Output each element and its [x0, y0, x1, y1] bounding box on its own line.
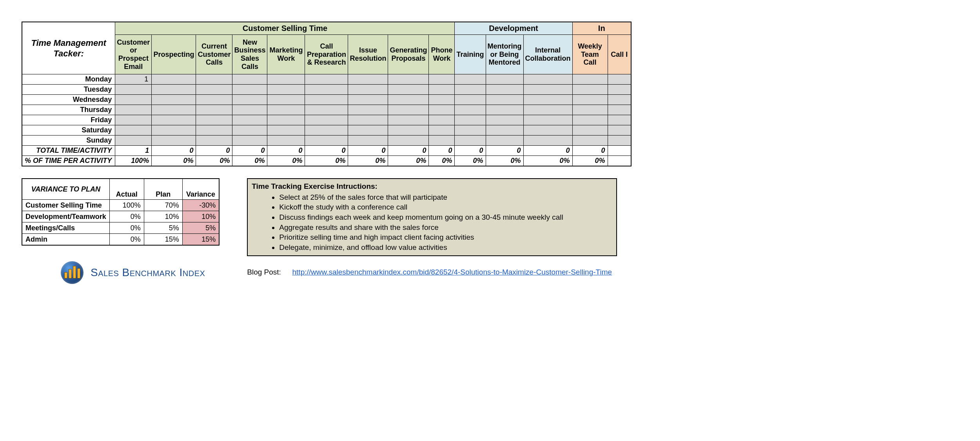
- day-cell[interactable]: [523, 95, 572, 105]
- day-cell[interactable]: [232, 74, 267, 85]
- day-cell[interactable]: [486, 105, 523, 115]
- day-cell[interactable]: [455, 95, 486, 105]
- day-cell[interactable]: [115, 125, 152, 136]
- day-cell[interactable]: [608, 74, 631, 85]
- day-cell[interactable]: [267, 105, 305, 115]
- day-cell[interactable]: [348, 136, 388, 146]
- day-cell[interactable]: [572, 115, 608, 125]
- day-cell[interactable]: [267, 115, 305, 125]
- day-cell[interactable]: [388, 105, 429, 115]
- day-cell[interactable]: [232, 125, 267, 136]
- day-cell[interactable]: [348, 74, 388, 85]
- day-cell[interactable]: [232, 136, 267, 146]
- day-cell[interactable]: [572, 105, 608, 115]
- day-cell[interactable]: [455, 85, 486, 95]
- day-cell[interactable]: [608, 95, 631, 105]
- day-cell[interactable]: [267, 95, 305, 105]
- day-label: Friday: [22, 115, 115, 125]
- day-cell[interactable]: [429, 115, 455, 125]
- day-cell[interactable]: [523, 85, 572, 95]
- day-cell[interactable]: [232, 115, 267, 125]
- day-cell[interactable]: [196, 95, 232, 105]
- day-cell[interactable]: [305, 95, 348, 105]
- day-cell[interactable]: [523, 74, 572, 85]
- day-cell[interactable]: [455, 74, 486, 85]
- day-cell[interactable]: [455, 136, 486, 146]
- day-cell[interactable]: [115, 85, 152, 95]
- day-cell[interactable]: [232, 105, 267, 115]
- day-cell[interactable]: [305, 115, 348, 125]
- day-cell[interactable]: [267, 85, 305, 95]
- day-cell[interactable]: [115, 136, 152, 146]
- day-cell[interactable]: [196, 85, 232, 95]
- day-cell[interactable]: [455, 105, 486, 115]
- day-cell[interactable]: [348, 105, 388, 115]
- day-cell[interactable]: [572, 95, 608, 105]
- day-cell[interactable]: [305, 85, 348, 95]
- day-cell[interactable]: [486, 95, 523, 105]
- day-cell[interactable]: [608, 105, 631, 115]
- day-cell[interactable]: [232, 95, 267, 105]
- day-cell[interactable]: [267, 136, 305, 146]
- day-cell[interactable]: [267, 125, 305, 136]
- day-cell[interactable]: [152, 95, 196, 105]
- day-cell[interactable]: [348, 85, 388, 95]
- day-cell[interactable]: [152, 85, 196, 95]
- day-cell[interactable]: [608, 115, 631, 125]
- day-cell[interactable]: [152, 105, 196, 115]
- blog-link[interactable]: http://www.salesbenchmarkindex.com/bid/8…: [292, 268, 612, 276]
- day-cell[interactable]: [348, 95, 388, 105]
- day-cell[interactable]: [305, 105, 348, 115]
- day-cell[interactable]: [455, 115, 486, 125]
- day-cell[interactable]: [388, 85, 429, 95]
- day-cell[interactable]: [429, 95, 455, 105]
- day-cell[interactable]: [115, 115, 152, 125]
- day-cell[interactable]: [196, 105, 232, 115]
- day-cell[interactable]: [608, 85, 631, 95]
- day-cell[interactable]: [429, 125, 455, 136]
- day-cell[interactable]: [196, 74, 232, 85]
- day-cell[interactable]: [348, 115, 388, 125]
- day-cell[interactable]: [523, 105, 572, 115]
- day-cell[interactable]: [523, 136, 572, 146]
- day-cell[interactable]: [429, 85, 455, 95]
- day-cell[interactable]: [429, 74, 455, 85]
- day-cell[interactable]: [486, 125, 523, 136]
- day-cell[interactable]: [486, 74, 523, 85]
- day-cell[interactable]: [429, 105, 455, 115]
- day-cell[interactable]: [152, 115, 196, 125]
- day-cell[interactable]: [267, 74, 305, 85]
- day-cell[interactable]: [232, 85, 267, 95]
- day-cell[interactable]: [152, 125, 196, 136]
- day-cell[interactable]: [572, 74, 608, 85]
- day-cell[interactable]: [388, 125, 429, 136]
- day-cell[interactable]: [388, 95, 429, 105]
- day-cell[interactable]: [305, 136, 348, 146]
- day-cell[interactable]: [152, 136, 196, 146]
- day-cell[interactable]: [486, 85, 523, 95]
- day-cell[interactable]: [388, 115, 429, 125]
- day-cell[interactable]: [152, 74, 196, 85]
- day-cell[interactable]: [196, 136, 232, 146]
- day-cell[interactable]: [486, 115, 523, 125]
- day-cell[interactable]: [455, 125, 486, 136]
- day-cell[interactable]: [115, 95, 152, 105]
- day-cell[interactable]: [523, 115, 572, 125]
- day-cell[interactable]: [348, 125, 388, 136]
- day-cell[interactable]: [572, 125, 608, 136]
- day-cell[interactable]: [196, 115, 232, 125]
- day-cell[interactable]: 1: [115, 74, 152, 85]
- day-cell[interactable]: [115, 105, 152, 115]
- day-cell[interactable]: [429, 136, 455, 146]
- day-cell[interactable]: [572, 85, 608, 95]
- day-cell[interactable]: [305, 125, 348, 136]
- day-cell[interactable]: [305, 74, 348, 85]
- day-cell[interactable]: [608, 125, 631, 136]
- day-cell[interactable]: [388, 136, 429, 146]
- day-cell[interactable]: [608, 136, 631, 146]
- day-cell[interactable]: [486, 136, 523, 146]
- day-cell[interactable]: [523, 125, 572, 136]
- day-cell[interactable]: [388, 74, 429, 85]
- day-cell[interactable]: [572, 136, 608, 146]
- day-cell[interactable]: [196, 125, 232, 136]
